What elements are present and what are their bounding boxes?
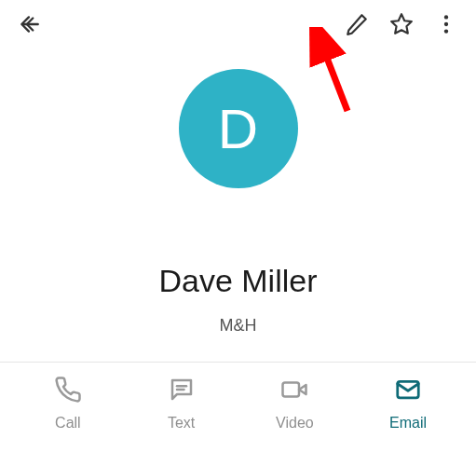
svg-marker-2 (391, 14, 412, 34)
action-bar: Call Text Video Email (0, 363, 476, 448)
svg-point-3 (444, 15, 448, 19)
favorite-button[interactable] (379, 4, 424, 48)
video-action[interactable]: Video (238, 376, 352, 432)
avatar-section: D (0, 69, 476, 188)
contact-company: M&H (0, 316, 476, 336)
email-action[interactable]: Email (351, 376, 465, 432)
contact-name: Dave Miller (0, 263, 476, 299)
back-button[interactable] (7, 4, 52, 48)
action-label: Call (55, 415, 81, 432)
svg-point-5 (444, 29, 448, 33)
svg-point-4 (444, 22, 448, 26)
mail-icon (394, 376, 422, 407)
edit-button[interactable] (334, 4, 379, 48)
star-icon (389, 12, 414, 40)
svg-rect-8 (283, 383, 300, 397)
avatar[interactable]: D (179, 69, 298, 188)
back-icon (18, 12, 42, 40)
more-icon (434, 12, 458, 40)
action-label: Video (276, 415, 314, 432)
top-toolbar (0, 0, 476, 52)
text-action[interactable]: Text (125, 376, 238, 432)
call-action[interactable]: Call (11, 376, 125, 432)
video-icon (280, 376, 308, 407)
action-label: Text (168, 415, 195, 432)
message-icon (168, 376, 196, 407)
overflow-menu-button[interactable] (424, 4, 469, 48)
phone-icon (54, 376, 82, 407)
avatar-initial: D (218, 97, 258, 161)
pencil-icon (345, 12, 369, 40)
action-label: Email (389, 415, 427, 432)
